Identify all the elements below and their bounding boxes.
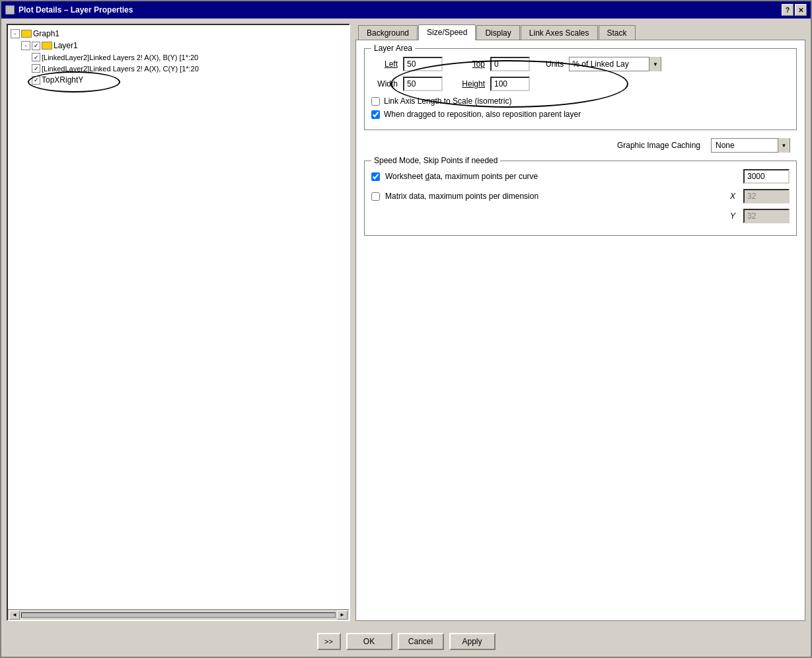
tab-display[interactable]: Display — [476, 25, 519, 40]
tree-item-linked1[interactable]: [LinkedLayer2]Linked Layers 2! A(X), B(Y… — [32, 52, 346, 63]
width-input[interactable] — [403, 77, 443, 91]
scroll-track[interactable] — [21, 612, 336, 618]
graphic-caching-value: None — [712, 139, 778, 151]
matrix-checkbox[interactable] — [371, 192, 380, 201]
reposition-row: When dragged to reposition, also reposit… — [371, 110, 790, 119]
tree-horizontal-scrollbar: ◄ ► — [8, 609, 349, 620]
tab-content-sizespeed: Layer Area Left Top Units % of Linked La… — [355, 40, 805, 621]
folder-icon-graph1 — [21, 30, 32, 38]
layer-area-row1: Left Top Units % of Linked Lay ▼ — [371, 57, 790, 71]
left-label: Left — [371, 59, 398, 69]
height-label: Height — [459, 79, 485, 89]
worksheet-checkbox[interactable] — [371, 172, 380, 181]
link-axis-row: Link Axis Length to Scale (isometric) — [371, 96, 790, 106]
y-row: Y — [371, 209, 790, 223]
folder-icon-layer1 — [42, 42, 52, 50]
tabs-container: Background Size/Speed Display Link Axes … — [355, 24, 805, 621]
tab-stack[interactable]: Stack — [599, 25, 636, 40]
matrix-label: Matrix data, maximum points per dimensio… — [385, 192, 725, 201]
reposition-label: When dragged to reposition, also reposit… — [384, 110, 581, 119]
graphic-caching-label: Graphic Image Caching — [371, 141, 700, 150]
tab-linkaxes[interactable]: Link Axes Scales — [521, 25, 598, 40]
reposition-checkbox[interactable] — [371, 110, 380, 119]
checkbox-linked2[interactable] — [32, 64, 40, 73]
title-bar: Plot Details – Layer Properties ? ✕ — [1, 1, 811, 18]
tree-panel: - Graph1 - Layer1 — [7, 24, 350, 621]
main-window: Plot Details – Layer Properties ? ✕ - Gr… — [0, 0, 812, 658]
speed-mode-label: Speed Mode, Skip Points if needed — [371, 156, 500, 165]
checkbox-linked1[interactable] — [32, 53, 40, 61]
scroll-right-btn[interactable]: ► — [337, 610, 348, 620]
title-text: Plot Details – Layer Properties — [5, 5, 133, 15]
expander-layer1[interactable]: - — [21, 41, 30, 50]
left-input[interactable] — [403, 57, 443, 71]
tree-item-topxrighty[interactable]: TopXRightY — [32, 74, 346, 86]
apply-button[interactable]: Apply — [449, 633, 496, 650]
title-bar-buttons: ? ✕ — [782, 4, 807, 16]
chevron-button[interactable]: >> — [317, 633, 341, 650]
link-axis-label: Link Axis Length to Scale (isometric) — [384, 96, 511, 106]
width-label: Width — [371, 79, 398, 89]
main-content: - Graph1 - Layer1 — [1, 18, 811, 626]
matrix-row: Matrix data, maximum points per dimensio… — [371, 189, 790, 203]
speed-mode-section: Speed Mode, Skip Points if needed Worksh… — [364, 161, 797, 236]
units-label: Units — [546, 59, 564, 69]
top-input[interactable] — [490, 57, 530, 71]
window-title: Plot Details – Layer Properties — [18, 5, 133, 15]
tree-item-graph1[interactable]: - Graph1 — [11, 28, 346, 40]
tree-label-graph1: Graph1 — [33, 29, 59, 38]
tree-item-layer1[interactable]: - Layer1 — [21, 40, 346, 52]
right-panel: Background Size/Speed Display Link Axes … — [355, 24, 805, 621]
help-button[interactable]: ? — [782, 4, 794, 16]
tree-item-linked2[interactable]: [LinkedLayer2]Linked Layers 2! A(X), C(Y… — [32, 63, 346, 74]
bottom-area: >> OK Cancel Apply — [1, 626, 811, 657]
tree-label-layer1: Layer1 — [54, 41, 78, 50]
graphic-caching-row: Graphic Image Caching None ▼ — [364, 138, 797, 153]
tree-label-topxrighty: TopXRightY — [42, 75, 83, 85]
worksheet-label: Worksheet data, maximum points per curve — [385, 172, 738, 181]
height-input[interactable] — [490, 77, 530, 91]
worksheet-row: Worksheet data, maximum points per curve — [371, 169, 790, 184]
window-icon — [5, 5, 15, 15]
scroll-left-btn[interactable]: ◄ — [9, 610, 20, 620]
close-button[interactable]: ✕ — [795, 4, 807, 16]
checkbox-layer1[interactable] — [32, 42, 40, 50]
layer-area-label: Layer Area — [371, 44, 415, 53]
layer-area-section: Layer Area Left Top Units % of Linked La… — [364, 48, 797, 130]
y-input[interactable] — [743, 209, 790, 223]
layer-area-row2: Width Height — [371, 77, 790, 91]
worksheet-input[interactable] — [743, 169, 790, 184]
units-value: % of Linked Lay — [570, 58, 649, 70]
tree-label-linked1: [LinkedLayer2]Linked Layers 2! A(X), B(Y… — [42, 54, 198, 61]
tree-label-linked2: [LinkedLayer2]Linked Layers 2! A(X), C(Y… — [42, 65, 199, 73]
link-axis-checkbox[interactable] — [371, 97, 380, 106]
checkbox-topxrighty[interactable] — [32, 76, 40, 85]
units-dropdown-btn[interactable]: ▼ — [649, 57, 661, 71]
x-label: X — [730, 192, 735, 201]
y-label: Y — [730, 211, 735, 221]
expander-graph1[interactable]: - — [11, 29, 20, 38]
ok-button[interactable]: OK — [346, 633, 392, 650]
tab-bar: Background Size/Speed Display Link Axes … — [355, 24, 805, 40]
caching-dropdown-btn[interactable]: ▼ — [778, 138, 790, 153]
tab-sizespeed[interactable]: Size/Speed — [418, 24, 476, 40]
tree-area: - Graph1 - Layer1 — [8, 25, 349, 609]
cancel-button[interactable]: Cancel — [398, 633, 444, 650]
top-label: Top — [459, 59, 485, 69]
tab-background[interactable]: Background — [358, 25, 418, 40]
x-input[interactable] — [743, 189, 790, 203]
